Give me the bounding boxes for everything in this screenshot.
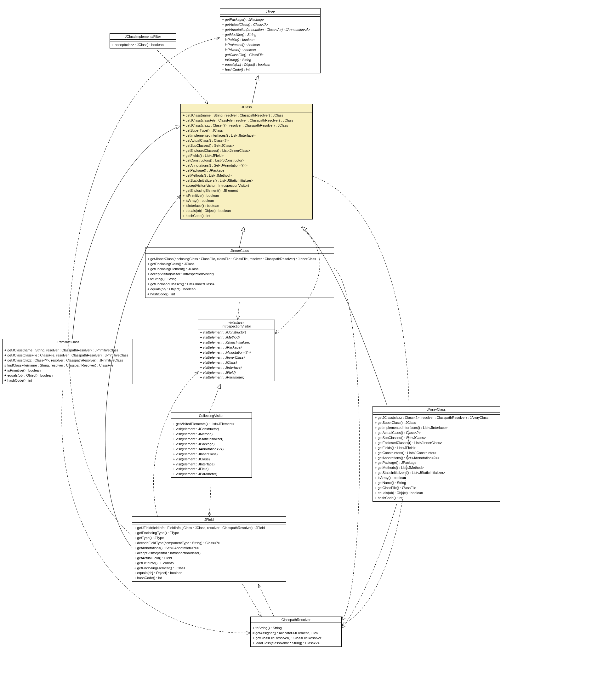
stereotype: «interface» [200,321,273,324]
ops: + accept(clazz : JClass) : boolean [110,42,176,48]
attrs-empty [171,419,252,421]
class-name: IntrospectionVisitor [200,324,273,328]
class-jarrayclass: JArrayClass + getJClass(clazz : Class<?>… [373,406,500,502]
attrs-empty [110,40,176,42]
ops: + getJClass(clazz : Class<?>, resolver :… [373,415,500,501]
attrs-empty [2,345,132,347]
ops: + getJField(fieldInfo : FieldInfo, jClas… [132,525,286,581]
ops: + toString() : String# getAssigner() : A… [251,625,341,647]
ops: + getPackage() : JPackage+ getActualClas… [220,17,320,73]
class-name: JField [132,517,286,523]
class-name: CollectingVisitor [171,413,252,419]
attrs-empty [220,15,320,17]
interface-introspectionvisitor: «interface» IntrospectionVisitor + visit… [198,320,275,381]
class-jclassimplementsfilter: JClassImplementsFilter + accept(clazz : … [109,33,176,49]
ops: + visit(element : JConstructor)+ visit(e… [198,329,275,381]
ops: + getJInnerClass(enclosingClass : ClassF… [146,256,334,298]
class-name: JClass [181,104,312,110]
class-name: JClassImplementsFilter [110,34,176,40]
class-name: JArrayClass [373,406,500,412]
attrs-empty [251,623,341,625]
class-jfield: JField + getJField(fieldInfo : FieldInfo… [132,517,286,582]
class-collectingvisitor: CollectingVisitor + getVisitedElements()… [171,412,252,478]
attrs-empty [132,523,286,525]
class-jprimitiveclass: JPrimitiveClass + getJClass(name : Strin… [2,339,133,384]
class-name: JInnerClass [146,248,334,254]
attrs-empty [181,110,312,112]
attrs-empty [146,254,334,256]
class-jinnerclass: JInnerClass + getJInnerClass(enclosingCl… [145,248,334,298]
class-name: JPrimitiveClass [2,339,132,345]
class-name: JType [220,8,320,15]
class-name: ClasspathResolver [251,617,341,623]
class-jclass: JClass + getJClass(name : String, resolv… [180,104,313,220]
header: «interface» IntrospectionVisitor [198,320,275,329]
ops: + getJClass(name : String, resolver : Cl… [2,347,132,384]
attrs-empty [373,412,500,415]
class-jtype: JType + getPackage() : JPackage+ getActu… [220,8,321,73]
ops: + getJClass(name : String, resolver : Cl… [181,112,312,219]
class-classpathresolver: ClasspathResolver + toString() : String#… [250,617,342,647]
ops: + getVisitedElements() : List<JElement>+… [171,421,252,477]
